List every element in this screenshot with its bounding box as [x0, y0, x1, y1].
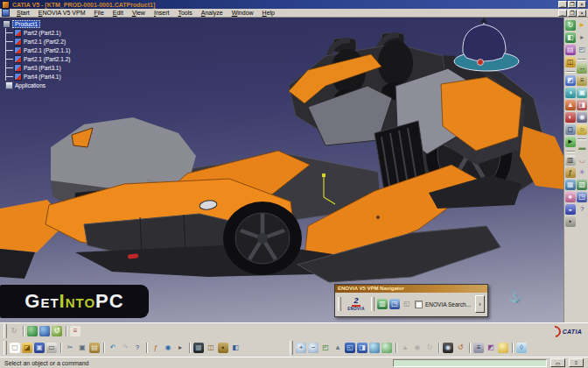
search-icon[interactable]: ◉	[163, 343, 173, 353]
measure-item-icon[interactable]: ≡	[577, 75, 587, 86]
iso-view-icon[interactable]: ◨	[357, 343, 368, 353]
lock-icon[interactable]: ▪	[218, 343, 228, 353]
catalog-icon[interactable]: ▦	[565, 180, 576, 190]
knowledge-fx-icon[interactable]: ƒ	[150, 343, 161, 353]
help-tools-icon[interactable]: ?	[577, 204, 587, 215]
ground-icon[interactable]: ▬	[577, 143, 587, 153]
wireframe-view-icon[interactable]	[382, 343, 392, 353]
power-input-button[interactable]: ▭	[550, 358, 565, 367]
dmu-icon[interactable]: ◻	[565, 124, 576, 135]
wireframe-icon[interactable]: ◩	[565, 75, 576, 86]
redo-icon[interactable]: ↷	[120, 343, 130, 353]
doc-restore-button[interactable]: ❐	[568, 10, 577, 17]
measure-between-icon[interactable]: ↔	[577, 63, 587, 74]
zoom-in-icon[interactable]: +	[296, 343, 306, 353]
3d-viewport[interactable]: Product1 Part2 (Part2.1) Part2.1 (Part2.…	[0, 18, 564, 322]
undo-icon[interactable]: ↶	[108, 343, 118, 353]
publish-icon[interactable]: ▧	[577, 180, 587, 190]
print-icon[interactable]: ▭	[46, 343, 57, 353]
tree-item-label[interactable]: Part2.1 (Part2.1.1)	[24, 47, 70, 53]
enovia-connect-icon[interactable]: ▥	[377, 299, 388, 309]
enovia-open-globe-icon[interactable]	[39, 326, 50, 336]
graph-tree-icon[interactable]: ◩	[486, 343, 496, 353]
menu-analyze[interactable]: Analyze	[197, 10, 228, 16]
menu-help[interactable]: Help	[258, 10, 279, 16]
fly-mode-icon[interactable]: ▲	[400, 343, 410, 353]
menu-window[interactable]: Window	[228, 10, 258, 16]
set-pdm-properties-icon[interactable]: ≡	[70, 326, 80, 336]
options-split-icon[interactable]: ◧	[230, 343, 241, 353]
clash-icon[interactable]: ◐	[565, 112, 576, 123]
menu-edit[interactable]: Edit	[108, 10, 128, 16]
enovia-work-globe-icon[interactable]	[27, 326, 38, 336]
fit-all-icon[interactable]: ◰	[320, 343, 331, 353]
menu-start[interactable]: Start	[12, 10, 34, 16]
local-save-refresh-icon[interactable]: ↻	[9, 326, 19, 336]
menu-enovia-v5-vpm[interactable]: ENOVIA V5 VPM	[34, 10, 90, 16]
menu-file[interactable]: File	[90, 10, 108, 16]
doc-minimize-button[interactable]: _	[558, 10, 567, 17]
expand-arrow-icon[interactable]: ▸	[175, 343, 186, 353]
tree-item[interactable]: Part4 (Part4.1)	[6, 72, 108, 81]
tree-item-label[interactable]: Part4 (Part4.1)	[24, 74, 61, 80]
section-icon[interactable]: ◨	[577, 100, 587, 110]
paste-icon[interactable]: ▤	[89, 343, 100, 353]
tree-item-label[interactable]: Part3 (Part3.1)	[24, 65, 61, 71]
tree-item[interactable]: Part2 (Part2.1)	[6, 28, 108, 37]
explode-icon[interactable]: ✳	[577, 167, 587, 178]
dialog-toggle-button[interactable]: ≡	[569, 358, 584, 367]
minimize-button[interactable]: _	[558, 1, 567, 8]
open-folder-icon[interactable]: ◪	[22, 343, 32, 353]
new-document-icon[interactable]: ▢	[10, 343, 20, 353]
camera-icon[interactable]: ◉	[443, 343, 453, 353]
tree-item[interactable]: Part3 (Part3.1)	[6, 63, 108, 72]
menu-tools[interactable]: Tools	[173, 10, 196, 16]
multi-select-icon[interactable]: ▸	[577, 32, 587, 43]
car-front-wheel[interactable]	[223, 202, 302, 275]
select-arrow-icon[interactable]: ►	[577, 20, 587, 31]
camera-capture-icon[interactable]: ◉	[577, 112, 587, 123]
tree-root-row[interactable]: Product1	[3, 19, 108, 28]
scene-icon[interactable]: ◳	[577, 192, 587, 202]
ruler-icon[interactable]: ≡	[473, 343, 484, 353]
view-compass[interactable]	[454, 18, 519, 71]
cut-icon[interactable]: ✂	[65, 343, 75, 353]
shaded-view-icon[interactable]	[369, 343, 380, 353]
light-source-icon[interactable]: ○	[577, 124, 587, 135]
surface-icon[interactable]: ◑	[565, 88, 576, 98]
enovia-open-icon[interactable]: ◳	[389, 299, 400, 309]
tree-item-label[interactable]: Part2.1 (Part2.2)	[24, 39, 66, 45]
tree-item[interactable]: Part2.1 (Part2.1.2)	[6, 54, 108, 63]
toolbar-grip[interactable]	[290, 341, 293, 355]
kinematics-icon[interactable]: ►	[565, 137, 576, 147]
navigator-expand-button[interactable]: ›	[475, 295, 485, 313]
menu-insert[interactable]: Insert	[150, 10, 174, 16]
toolbar-grip[interactable]	[4, 341, 7, 355]
material-icon[interactable]: ●	[565, 192, 576, 202]
enovia-navigator-titlebar[interactable]: ENOVIA V5 VPM Navigator	[335, 285, 487, 293]
sketcher-icon[interactable]: ◫	[565, 57, 576, 67]
tree-applications-label[interactable]: Applications	[15, 82, 46, 88]
whats-this-icon[interactable]: ?	[132, 343, 143, 353]
fly-through-icon[interactable]: ▲	[332, 343, 343, 353]
assembly-icon[interactable]: ▤	[565, 45, 576, 55]
doc-close-button[interactable]: ×	[578, 10, 586, 17]
magnet-icon[interactable]: ◡	[577, 155, 587, 166]
knowledge-icon[interactable]: ƒ	[565, 167, 576, 178]
annotate-icon[interactable]: ▣	[577, 88, 587, 98]
look-at-icon[interactable]: ◉	[412, 343, 423, 353]
title-bar[interactable]: CATIA V5 - [KTM_PROD-0001-0001.CATProduc…	[0, 0, 588, 9]
analysis-icon[interactable]: ▲	[565, 100, 576, 110]
tree-applications-row[interactable]: Applications	[5, 81, 108, 89]
tree-item[interactable]: Part2.1 (Part2.2)	[6, 37, 108, 46]
tree-item-label[interactable]: Part2 (Part2.1)	[24, 30, 61, 36]
zoom-out-icon[interactable]: −	[308, 343, 318, 353]
macro-icon[interactable]: ▪	[565, 216, 576, 227]
data-grid-icon[interactable]: ▦	[193, 343, 204, 353]
turn-head-icon[interactable]: ↻	[424, 343, 435, 353]
render-icon[interactable]: ◒	[565, 204, 576, 215]
enovia-sync-globe-icon[interactable]: ↺	[52, 326, 62, 336]
enovia-search-checkbox[interactable]	[415, 301, 423, 308]
restore-button[interactable]: ❐	[568, 1, 577, 8]
toolbar-grip[interactable]	[338, 297, 341, 311]
